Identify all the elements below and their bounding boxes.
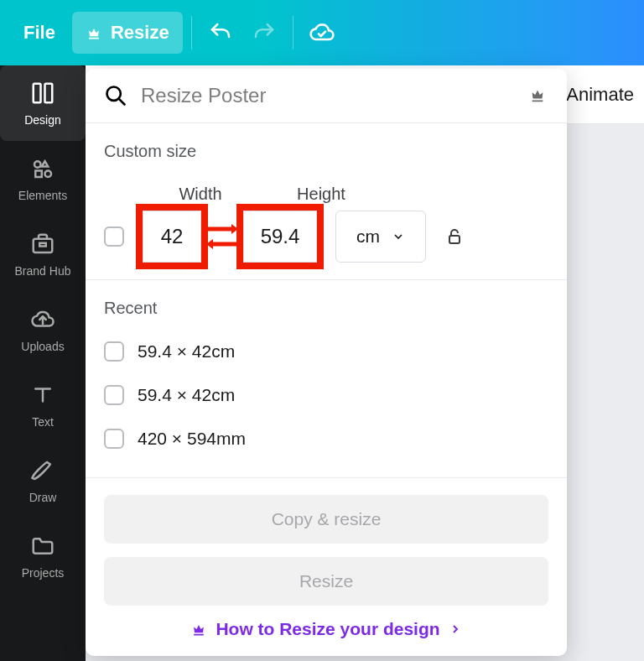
recent-size-item[interactable]: 420 × 594mm <box>104 417 548 461</box>
recent-size-label: 59.4 × 42cm <box>138 385 235 405</box>
custom-size-checkbox[interactable] <box>104 226 124 247</box>
svg-rect-6 <box>39 243 46 247</box>
size-row: 42 59.4 cm <box>104 211 548 263</box>
recent-size-item[interactable]: 59.4 × 42cm <box>104 373 548 417</box>
sidebar-item-text[interactable]: Text <box>0 367 86 443</box>
file-label: File <box>23 22 55 44</box>
sidebar-item-label: Brand Hub <box>15 264 71 278</box>
width-label: Width <box>146 185 255 204</box>
sidebar-item-projects[interactable]: Projects <box>0 518 86 594</box>
svg-rect-8 <box>449 236 460 243</box>
height-input[interactable]: 59.4 <box>243 211 317 263</box>
draw-icon <box>29 457 56 484</box>
recent-size-label: 59.4 × 42cm <box>138 341 235 362</box>
crown-icon <box>190 621 207 638</box>
sidebar-item-draw[interactable]: Draw <box>0 443 86 518</box>
sidebar-item-label: Uploads <box>21 340 64 353</box>
recent-checkbox[interactable] <box>104 429 124 449</box>
recent-section: Recent 59.4 × 42cm 59.4 × 42cm 420 × 594… <box>86 280 567 477</box>
recent-size-item[interactable]: 59.4 × 42cm <box>104 330 548 373</box>
sidebar-item-uploads[interactable]: Uploads <box>0 292 86 367</box>
chevron-down-icon <box>392 230 405 243</box>
search-row <box>86 69 567 122</box>
sidebar-item-elements[interactable]: Elements <box>0 141 86 216</box>
width-input[interactable]: 42 <box>143 211 201 263</box>
help-link-label: How to Resize your design <box>216 619 439 639</box>
custom-size-title: Custom size <box>104 142 548 161</box>
search-input[interactable] <box>141 84 515 107</box>
unit-select[interactable]: cm <box>335 211 426 263</box>
recent-checkbox[interactable] <box>104 385 124 405</box>
sidebar-item-brandhub[interactable]: Brand Hub <box>0 216 86 292</box>
copy-resize-button[interactable]: Copy & resize <box>104 495 548 544</box>
resize-button[interactable]: Resize <box>104 557 548 606</box>
undo-button[interactable] <box>200 13 241 53</box>
sidebar-item-label: Elements <box>18 189 67 202</box>
redo-button[interactable] <box>244 13 284 53</box>
sidebar-item-label: Design <box>24 113 61 127</box>
popover-footer: Copy & resize Resize How to Resize your … <box>86 477 567 656</box>
animate-button[interactable]: Animate <box>566 84 634 106</box>
svg-rect-1 <box>45 84 53 103</box>
lock-aspect-button[interactable] <box>444 226 465 247</box>
sync-status-icon[interactable] <box>302 13 342 53</box>
design-icon <box>29 80 56 107</box>
recent-checkbox[interactable] <box>104 341 124 362</box>
toolbar-divider <box>293 16 293 49</box>
dimension-labels: Width Height <box>104 185 548 204</box>
file-menu[interactable]: File <box>10 12 69 54</box>
svg-point-2 <box>34 161 41 168</box>
svg-rect-3 <box>35 171 42 178</box>
recent-title: Recent <box>104 299 548 318</box>
help-link[interactable]: How to Resize your design <box>104 619 548 639</box>
sidebar-item-label: Text <box>32 415 54 429</box>
brandhub-icon <box>29 231 56 258</box>
chevron-right-icon <box>449 622 462 636</box>
resize-menu[interactable]: Resize <box>72 12 183 54</box>
elements-icon <box>29 155 56 182</box>
svg-rect-0 <box>34 84 41 103</box>
crown-icon <box>528 86 548 106</box>
sidebar-item-label: Draw <box>29 491 57 504</box>
resize-label: Resize <box>111 22 169 44</box>
sidebar-item-design[interactable]: Design <box>0 65 86 141</box>
scroll-area[interactable]: Custom size Width Height 42 59.4 cm <box>86 122 567 477</box>
resize-popover: Custom size Width Height 42 59.4 cm <box>86 69 567 656</box>
custom-size-section: Custom size Width Height 42 59.4 cm <box>86 123 567 280</box>
crown-icon <box>86 24 102 41</box>
uploads-icon <box>29 306 56 333</box>
sidebar: Design Elements Brand Hub Uploads Text <box>0 65 86 661</box>
projects-icon <box>29 533 56 560</box>
swap-dimensions-button[interactable] <box>201 222 243 251</box>
unit-label: cm <box>356 226 380 247</box>
height-label: Height <box>267 185 376 204</box>
search-icon <box>104 84 127 107</box>
top-toolbar: File Resize <box>0 0 644 65</box>
recent-size-label: 420 × 594mm <box>138 429 246 449</box>
text-icon <box>29 382 56 409</box>
toolbar-divider <box>191 16 192 49</box>
svg-point-4 <box>45 171 52 178</box>
sidebar-item-label: Projects <box>22 566 65 580</box>
